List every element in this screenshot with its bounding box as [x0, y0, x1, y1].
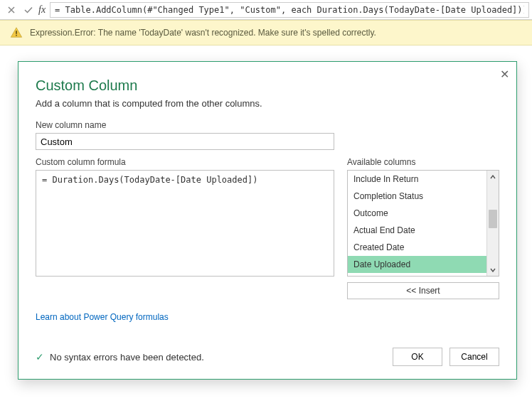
dialog-title: Custom Column — [36, 77, 499, 94]
learn-link[interactable]: Learn about Power Query formulas — [36, 312, 169, 322]
list-item[interactable]: Outcome — [348, 205, 486, 222]
dialog-footer: ✓ No syntax errors have been detected. O… — [36, 348, 499, 366]
scrollbar[interactable] — [486, 171, 499, 276]
status-text: No syntax errors have been detected. — [50, 352, 204, 363]
scroll-thumb[interactable] — [489, 210, 497, 228]
scroll-up-icon[interactable] — [487, 171, 499, 183]
formula-cancel-button[interactable] — [3, 2, 20, 18]
list-item[interactable]: Include In Return — [348, 171, 486, 188]
insert-button[interactable]: << Insert — [347, 282, 499, 299]
list-item[interactable]: Comments 30 — [348, 273, 486, 276]
column-name-input[interactable] — [36, 133, 334, 150]
list-item[interactable]: Actual End Date — [348, 222, 486, 239]
cancel-button[interactable]: Cancel — [449, 348, 499, 366]
available-columns-listbox[interactable]: Include In ReturnCompletion StatusOutcom… — [347, 170, 499, 277]
list-item[interactable]: Created Date — [348, 239, 486, 256]
close-icon[interactable]: ✕ — [500, 68, 509, 81]
formula-input[interactable] — [50, 2, 529, 18]
error-text: Expression.Error: The name 'TodayDate' w… — [30, 28, 376, 38]
check-icon: ✓ — [36, 351, 44, 363]
formula-bar: fx — [0, 0, 532, 20]
formula-confirm-button[interactable] — [20, 2, 37, 18]
formula-field-label: Custom column formula — [36, 157, 334, 167]
warning-icon — [10, 26, 23, 39]
svg-rect-1 — [16, 31, 17, 34]
status-row: ✓ No syntax errors have been detected. — [36, 351, 204, 363]
fx-label: fx — [37, 4, 50, 16]
error-banner: Expression.Error: The name 'TodayDate' w… — [0, 20, 532, 45]
svg-rect-2 — [16, 35, 17, 36]
list-item[interactable]: Completion Status — [348, 188, 486, 205]
list-item[interactable]: Date Uploaded — [348, 256, 486, 273]
formula-textarea[interactable] — [36, 170, 334, 277]
ok-button[interactable]: OK — [393, 348, 442, 366]
available-columns-label: Available columns — [347, 157, 499, 167]
scroll-down-icon[interactable] — [487, 264, 499, 276]
custom-column-dialog: ✕ Custom Column Add a column that is com… — [18, 61, 517, 380]
name-field-label: New column name — [36, 120, 499, 130]
dialog-subtitle: Add a column that is computed from the o… — [36, 98, 499, 109]
